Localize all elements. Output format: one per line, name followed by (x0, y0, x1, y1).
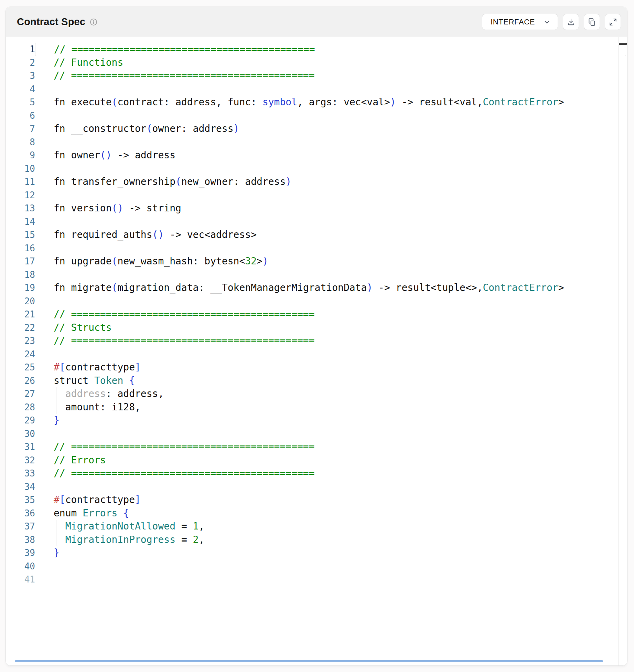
page-title: Contract Spec (17, 16, 85, 28)
spec-type-value: INTERFACE (491, 18, 535, 27)
line-number: 20 (6, 295, 35, 308)
panel-header: Contract Spec INTERFACE (6, 7, 627, 37)
indent-guide (56, 533, 56, 547)
code-line: 38 MigrationInProgress = 2, (6, 533, 627, 547)
code-editor[interactable]: 1// ====================================… (6, 37, 627, 665)
vertical-scrollbar-thumb[interactable] (619, 43, 627, 45)
code-line: 30 (6, 427, 627, 441)
code-line: 20 (6, 295, 627, 308)
code-line-text: fn upgrade(new_wasm_hash: bytesn<32>) (35, 255, 626, 268)
code-line: 23// ===================================… (6, 334, 627, 348)
code-line-text: // Errors (35, 454, 626, 467)
code-line-text: amount: i128, (35, 401, 626, 414)
code-line-text: fn execute(contract: address, func: symb… (35, 96, 626, 109)
download-button[interactable] (563, 14, 579, 30)
code-line: 17fn upgrade(new_wasm_hash: bytesn<32>) (6, 255, 627, 268)
code-line-text (35, 215, 626, 229)
vertical-scrollbar-track[interactable] (618, 37, 627, 665)
spec-type-dropdown[interactable]: INTERFACE (482, 14, 558, 30)
line-number: 39 (6, 546, 35, 560)
line-number: 4 (6, 83, 35, 96)
line-number: 37 (6, 520, 35, 533)
code-line: 32// Errors (6, 454, 627, 467)
code-line-text: MigrationNotAllowed = 1, (35, 520, 626, 533)
code-line-text: MigrationInProgress = 2, (35, 533, 626, 547)
code-line-text (35, 109, 626, 123)
horizontal-scrollbar-thumb[interactable] (15, 660, 603, 662)
line-number: 12 (6, 189, 35, 202)
code-line-text (35, 242, 626, 255)
header-controls: INTERFACE (482, 14, 621, 30)
fullscreen-button[interactable] (605, 14, 621, 30)
code-line-text (35, 136, 626, 149)
line-number: 18 (6, 268, 35, 282)
copy-button[interactable] (584, 14, 600, 30)
code-line: 31// ===================================… (6, 440, 627, 454)
line-number: 29 (6, 414, 35, 427)
code-line-text (35, 295, 626, 308)
code-line: 37 MigrationNotAllowed = 1, (6, 520, 627, 533)
code-line-text (35, 560, 626, 573)
line-number: 9 (6, 149, 35, 162)
code-line-text: fn transfer_ownership(new_owner: address… (35, 175, 626, 189)
line-number: 34 (6, 480, 35, 494)
line-number: 23 (6, 334, 35, 348)
code-line-text: #[contracttype] (35, 493, 626, 507)
code-line-text (35, 427, 626, 441)
code-line: 35#[contracttype] (6, 493, 627, 507)
info-icon[interactable] (89, 18, 98, 26)
line-number: 31 (6, 440, 35, 454)
code-line: 13fn version() -> string (6, 202, 627, 215)
line-number: 36 (6, 507, 35, 520)
line-number: 41 (6, 573, 35, 586)
code-line-text: } (35, 546, 626, 560)
line-number: 21 (6, 308, 35, 321)
line-number: 2 (6, 56, 35, 70)
line-number: 28 (6, 401, 35, 414)
code-line-text: struct Token { (35, 374, 626, 388)
line-number: 11 (6, 175, 35, 189)
code-line: 16 (6, 242, 627, 255)
code-line-text (35, 189, 626, 202)
fullscreen-icon (609, 18, 617, 27)
line-number: 22 (6, 321, 35, 335)
line-number: 8 (6, 136, 35, 149)
code-line: 41 (6, 573, 627, 586)
code-line: 25#[contracttype] (6, 361, 627, 374)
download-icon (567, 18, 576, 27)
code-line-text: // =====================================… (35, 440, 626, 454)
copy-icon (588, 18, 597, 27)
code-line-text: } (35, 414, 626, 427)
line-number: 38 (6, 533, 35, 547)
code-line-text: // Structs (35, 321, 626, 335)
code-line: 36enum Errors { (6, 507, 627, 520)
code-line: 22// Structs (6, 321, 627, 335)
line-number: 32 (6, 454, 35, 467)
code-line: 7fn __constructor(owner: address) (6, 122, 627, 136)
line-number: 14 (6, 215, 35, 229)
code-line: 9fn owner() -> address (6, 149, 627, 162)
line-number: 7 (6, 122, 35, 136)
code-line: 6 (6, 109, 627, 123)
line-number: 3 (6, 69, 35, 83)
line-number: 6 (6, 109, 35, 123)
code-line: 19fn migrate(migration_data: __TokenMana… (6, 281, 627, 295)
code-line: 3// ====================================… (6, 69, 627, 83)
line-number: 5 (6, 96, 35, 109)
chevron-down-icon (543, 18, 551, 26)
code-line-text (35, 83, 626, 96)
code-line-text: fn required_auths() -> vec<address> (35, 228, 626, 242)
code-line-text: // =====================================… (35, 43, 626, 56)
code-line-text (35, 480, 626, 494)
code-line: 5fn execute(contract: address, func: sym… (6, 96, 627, 109)
code-line: 27 address: address, (6, 387, 627, 401)
code-line: 10 (6, 162, 627, 176)
code-line-text: enum Errors { (35, 507, 626, 520)
code-line: 15fn required_auths() -> vec<address> (6, 228, 627, 242)
line-number: 33 (6, 467, 35, 480)
code-line: 18 (6, 268, 627, 282)
code-line: 34 (6, 480, 627, 494)
code-line: 1// ====================================… (6, 43, 627, 56)
code-line-text: // Functions (35, 56, 626, 70)
code-line: 28 amount: i128, (6, 401, 627, 414)
